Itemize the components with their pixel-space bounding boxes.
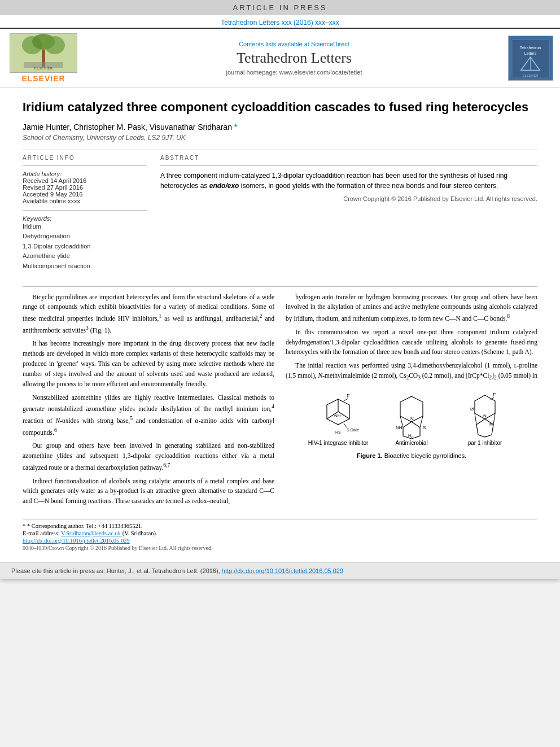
science-direct-link[interactable]: ScienceDirect — [311, 41, 349, 47]
body-para-1: Bicyclic pyrrolidines are important hete… — [23, 292, 274, 336]
svg-text:N: N — [410, 416, 414, 421]
figure-label: Figure 1. — [357, 452, 383, 459]
elsevier-tree-image: ELSEVIER — [10, 33, 77, 73]
figure-caption-text: Bioactive bicyclic pyrrolidines. — [384, 452, 467, 459]
molecule-antimicrobial: N NH S H2 — [380, 388, 443, 448]
figure-caption: Figure 1. Bioactive bicyclic pyrrolidine… — [286, 451, 537, 461]
science-direct-text: Contents lists available at ScienceDirec… — [86, 41, 502, 47]
footer-copyright: 0040-4039/Crown Copyright © 2016 Publish… — [23, 545, 537, 551]
banner-text: ARTICLE IN PRESS — [233, 3, 327, 12]
journal-ref: Tetrahedron Letters xxx (2016) xxx–xxx — [0, 15, 560, 28]
molecule-par1-label: par 1 inhibitor — [468, 439, 502, 448]
two-col-section: ARTICLE INFO Article history: Received 1… — [23, 155, 537, 277]
molecule-par1: N N F O — [454, 388, 516, 448]
molecule-antimicrobial-label: Antimicrobial — [395, 439, 427, 448]
svg-text:HS: HS — [335, 430, 341, 434]
body-para-4: Our group and others have been involved … — [23, 441, 274, 473]
molecule-par1-svg: N N F O — [454, 388, 516, 439]
keyword-multicomponent: Multicomponent reaction — [23, 261, 147, 272]
svg-text:F: F — [347, 393, 350, 399]
svg-text:F: F — [493, 392, 496, 397]
history-label: Article history: — [23, 171, 147, 177]
svg-text:Tetrahedron: Tetrahedron — [520, 46, 541, 50]
abstract-text: A three component iridium-catalyzed 1,3-… — [160, 171, 537, 191]
body-para-2: It has become increasingly more importan… — [23, 339, 274, 389]
divider-1 — [23, 150, 537, 150]
keyword-iridium: Iridium — [23, 222, 147, 232]
body-para-r3: The initial reaction was performed using… — [286, 361, 537, 382]
corresponding-text: * Corresponding author. Tel.: +44 113343… — [27, 523, 143, 529]
abstract-copyright: Crown Copyright © 2016 Published by Else… — [160, 195, 537, 202]
keywords-label: Keywords: — [23, 215, 147, 222]
svg-text:S   OMe: S OMe — [347, 428, 359, 432]
article-title: Iridium catalyzed three component cycloa… — [23, 99, 537, 116]
body-col-left: Bicyclic pyrrolidines are important hete… — [23, 292, 274, 510]
journal-homepage: journal homepage: www.elsevier.com/locat… — [86, 69, 502, 76]
corresponding-note: * * Corresponding author. Tel.: +44 1133… — [23, 523, 537, 529]
abstract-label: ABSTRACT — [160, 155, 537, 161]
keywords-group: Keywords: Iridium Dehydrogenation 1,3-Di… — [23, 215, 147, 272]
svg-line-41 — [475, 413, 476, 425]
divider-info — [23, 165, 147, 166]
svg-line-21 — [344, 399, 348, 401]
keyword-azomethine: Azomethine ylide — [23, 251, 147, 261]
endo-exo: endo/exo — [209, 182, 239, 190]
citation-text-before: Please cite this article in press as: Hu… — [11, 567, 220, 574]
svg-text:ELSEVIER: ELSEVIER — [34, 66, 53, 71]
email-line: E-mail address: V.Sridharan@leeds.ac.uk … — [23, 530, 537, 536]
accepted-date: Accepted 9 May 2016 — [23, 191, 147, 198]
body-para-5: Indirect functionalization of alcohols u… — [23, 477, 274, 506]
molecule-hiv-label: HIV-1 integrase inhibitor — [308, 439, 369, 448]
elsevier-wordmark: ELSEVIER — [21, 74, 65, 83]
svg-text:N: N — [489, 422, 493, 427]
authors: Jamie Hunter, Christopher M. Pask, Visuv… — [23, 123, 537, 132]
article-info: ARTICLE INFO Article history: Received 1… — [23, 155, 147, 277]
journal-ref-text: Tetrahedron Letters xxx (2016) xxx–xxx — [221, 19, 339, 27]
molecule-antimicrobial-svg: N NH S H2 — [380, 388, 443, 439]
divider-body — [23, 286, 537, 287]
article-info-label: ARTICLE INFO — [23, 155, 147, 161]
footer-notes: * * Corresponding author. Tel.: +44 1133… — [23, 519, 537, 551]
citation-link[interactable]: http://dx.doi.org/10.1016/j.tetlet.2016.… — [222, 567, 343, 574]
authors-text: Jamie Hunter, Christopher M. Pask, Visuv… — [23, 123, 234, 132]
keyword-cycloaddition: 1,3-Dipolar cycloaddition — [23, 242, 147, 252]
svg-rect-7 — [511, 38, 550, 78]
body-col-right: hydrogen auto transfer or hydrogen borro… — [286, 292, 537, 510]
molecule-hiv-svg: NH F S OMe HS — [307, 388, 369, 439]
available-date: Available online xxxx — [23, 198, 147, 204]
email-suffix: (V. Sridharan). — [123, 530, 158, 536]
doi-line: http://dx.doi.org/10.1016/j.tetlet.2016.… — [23, 538, 537, 544]
figure-molecules: NH F S OMe HS — [286, 388, 537, 448]
svg-text:NH: NH — [396, 425, 403, 430]
corresponding-star: * — [234, 123, 237, 132]
page: ARTICLE IN PRESS Tetrahedron Letters xxx… — [0, 0, 560, 579]
abstract-section: ABSTRACT A three component iridium-catal… — [160, 155, 537, 277]
history-group: Article history: Received 14 April 2016 … — [23, 171, 147, 204]
figure-area: NH F S OMe HS — [286, 388, 537, 461]
affiliation: School of Chemistry, University of Leeds… — [23, 134, 537, 142]
email-link[interactable]: V.Sridharan@leeds.ac.uk — [61, 530, 123, 536]
svg-text:NH: NH — [334, 413, 341, 418]
journal-title-header: Tetrahedron Letters — [86, 50, 502, 67]
keyword-dehydrogenation: Dehydrogenation — [23, 231, 147, 242]
svg-line-23 — [344, 423, 347, 427]
received-date: Received 14 April 2016 — [23, 177, 147, 184]
body-para-r1: hydrogen auto transfer or hydrogen borro… — [286, 292, 537, 324]
journal-center: Contents lists available at ScienceDirec… — [86, 41, 502, 76]
email-label: E-mail address: — [23, 530, 60, 536]
article-in-press-banner: ARTICLE IN PRESS — [0, 0, 560, 15]
revised-date: Revised 27 April 2016 — [23, 184, 147, 191]
svg-line-42 — [493, 413, 495, 425]
body-para-3: Nonstabilized azomethine ylides are high… — [23, 393, 274, 438]
article-content: Iridium catalyzed three component cycloa… — [0, 88, 560, 557]
svg-text:S: S — [423, 425, 426, 430]
tetrahedron-logo: Tetrahedron Letters ELSEVIER — [508, 36, 553, 81]
svg-point-3 — [45, 36, 65, 54]
journal-header: ELSEVIER ELSEVIER Contents lists availab… — [0, 28, 560, 88]
corresponding-star-note: * — [23, 523, 27, 529]
elsevier-logo: ELSEVIER ELSEVIER — [7, 33, 80, 83]
doi-link[interactable]: http://dx.doi.org/10.1016/j.tetlet.2016.… — [23, 538, 130, 544]
svg-text:Letters: Letters — [524, 51, 537, 55]
citation-bar: Please cite this article in press as: Hu… — [0, 562, 560, 579]
svg-text:ELSEVIER: ELSEVIER — [523, 73, 538, 77]
